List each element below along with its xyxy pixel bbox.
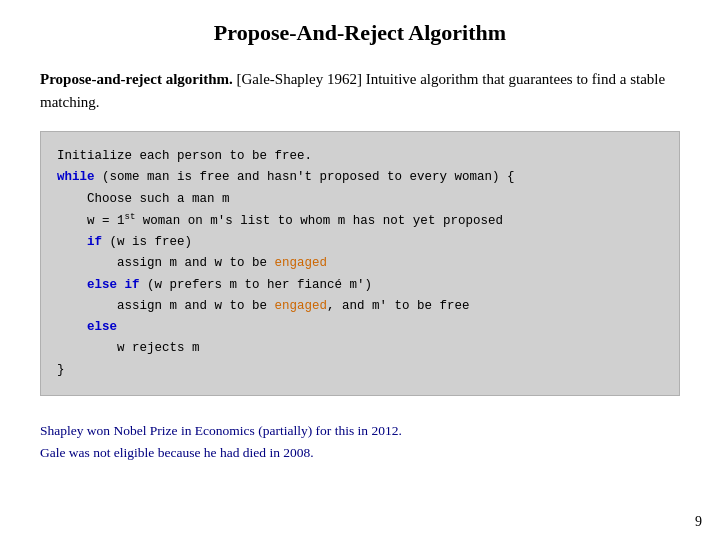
code-line-1: Initialize each person to be free. — [57, 146, 663, 167]
code-line-5: if (w is free) — [57, 232, 663, 253]
keyword-else-1: else — [87, 278, 117, 292]
intro-paragraph: Propose-and-reject algorithm. [Gale-Shap… — [40, 68, 680, 113]
code-line-9: else — [57, 317, 663, 338]
keyword-else-2: else — [87, 320, 117, 334]
code-line-10: w rejects m — [57, 338, 663, 359]
code-line-6: assign m and w to be engaged — [57, 253, 663, 274]
code-line-7: else if (w prefers m to her fiancé m') — [57, 275, 663, 296]
keyword-if-2: if — [125, 278, 140, 292]
footer-text: Shapley won Nobel Prize in Economics (pa… — [40, 420, 680, 463]
slide-container: Propose-And-Reject Algorithm Propose-and… — [0, 0, 720, 540]
keyword-while: while — [57, 170, 95, 184]
engaged-2: engaged — [275, 299, 328, 313]
page-number: 9 — [695, 514, 702, 530]
bold-term: Propose-and-reject algorithm. — [40, 71, 233, 87]
code-line-8: assign m and w to be engaged, and m' to … — [57, 296, 663, 317]
code-line-4: w = 1st woman on m's list to whom m has … — [57, 210, 663, 232]
reference: [Gale-Shapley 1962] — [237, 71, 362, 87]
code-line-3: Choose such a man m — [57, 189, 663, 210]
keyword-if-1: if — [87, 235, 102, 249]
engaged-1: engaged — [275, 256, 328, 270]
slide-title: Propose-And-Reject Algorithm — [40, 20, 680, 46]
footer-line-2: Gale was not eligible because he had die… — [40, 442, 680, 464]
code-line-11: } — [57, 360, 663, 381]
code-block: Initialize each person to be free. while… — [40, 131, 680, 396]
footer-line-1: Shapley won Nobel Prize in Economics (pa… — [40, 420, 680, 442]
code-line-2: while (some man is free and hasn't propo… — [57, 167, 663, 188]
